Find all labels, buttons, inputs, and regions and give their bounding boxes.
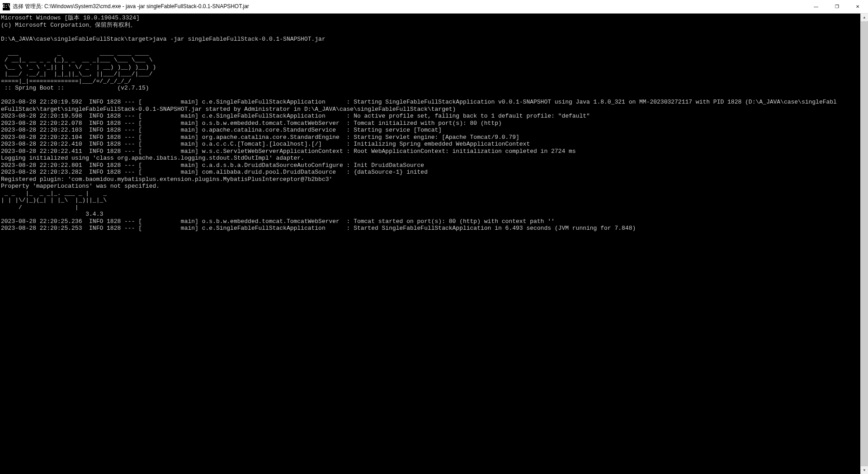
close-button[interactable]: ✕ (847, 0, 868, 13)
scroll-thumb[interactable] (861, 21, 868, 466)
maximize-button[interactable]: ❐ (826, 0, 847, 13)
minimize-button[interactable]: — (806, 0, 826, 13)
window-controls: — ❐ ✕ (806, 0, 868, 13)
vertical-scrollbar[interactable]: ▲ ▼ (860, 14, 868, 474)
window-titlebar[interactable]: C:\ 选择 管理员: C:\Windows\System32\cmd.exe … (0, 0, 868, 14)
terminal-window[interactable]: Microsoft Windows [版本 10.0.19045.3324] (… (0, 14, 868, 474)
terminal-output[interactable]: Microsoft Windows [版本 10.0.19045.3324] (… (0, 14, 860, 474)
window-title: 选择 管理员: C:\Windows\System32\cmd.exe - ja… (13, 3, 806, 10)
scroll-up-arrow[interactable]: ▲ (861, 14, 868, 21)
cmd-icon: C:\ (3, 3, 10, 10)
scroll-down-arrow[interactable]: ▼ (861, 466, 868, 474)
scroll-track[interactable] (861, 21, 868, 466)
